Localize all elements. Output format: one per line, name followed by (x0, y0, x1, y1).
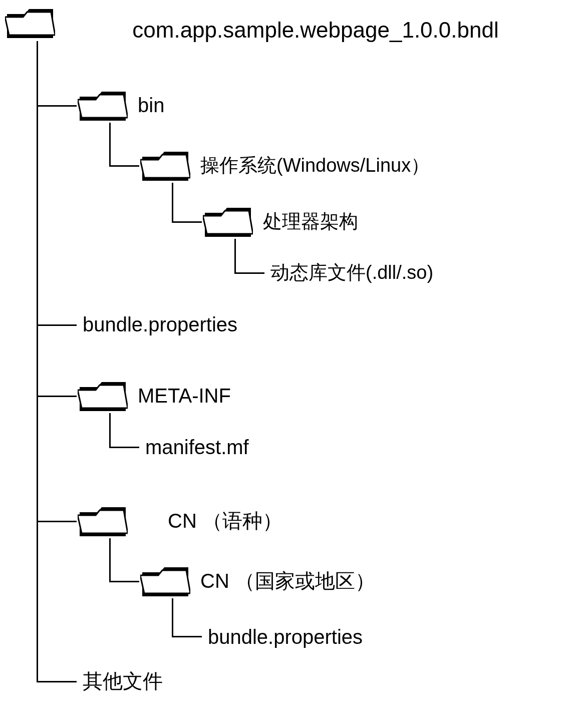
arch-folder: 处理器架构 (203, 204, 358, 239)
root-folder (5, 5, 65, 40)
bin-folder: bin (78, 88, 164, 123)
dynlib-leaf: 动态库文件(.dll/.so) (270, 263, 433, 282)
tree-connector (109, 447, 139, 448)
folder-icon (203, 204, 253, 239)
root-label: com.app.sample.webpage_1.0.0.bndl (95, 15, 536, 45)
folder-icon (78, 503, 128, 538)
bin-label: bin (138, 95, 164, 115)
tree-connector (37, 41, 38, 682)
cnregion-folder: CN （国家或地区） (140, 563, 375, 598)
os-folder: 操作系统(Windows/Linux） (140, 148, 430, 183)
cnlang-label: CN （语种） (168, 511, 282, 531)
folder-icon (78, 378, 128, 413)
tree-connector (172, 183, 173, 223)
folder-icon (78, 88, 128, 123)
tree-connector (37, 521, 77, 522)
tree-connector (109, 123, 111, 167)
bundleprops-leaf: bundle.properties (83, 314, 237, 334)
tree-connector (109, 413, 111, 448)
tree-connector (37, 105, 77, 107)
metainf-folder: META-INF (78, 378, 231, 413)
folder-icon (5, 5, 55, 40)
arch-label: 处理器架构 (263, 212, 358, 231)
cnregion-label: CN （国家或地区） (200, 571, 375, 591)
tree-connector (109, 165, 139, 167)
other-label: 其他文件 (83, 671, 163, 691)
bundleprops2-label: bundle.properties (208, 627, 363, 647)
manifest-leaf: manifest.mf (145, 437, 249, 457)
tree-connector (234, 272, 264, 274)
tree-connector (109, 538, 111, 582)
bundleprops2-leaf: bundle.properties (208, 627, 363, 647)
tree-connector (172, 636, 202, 637)
tree-connector (37, 396, 77, 397)
dynlib-label: 动态库文件(.dll/.so) (270, 263, 433, 282)
other-leaf: 其他文件 (83, 671, 163, 691)
folder-icon (140, 563, 190, 598)
tree-connector (234, 239, 236, 274)
tree-connector (37, 324, 77, 326)
folder-icon (140, 148, 190, 183)
metainf-label: META-INF (138, 386, 231, 406)
tree-connector (172, 598, 173, 637)
os-label: 操作系统(Windows/Linux） (200, 156, 430, 175)
bundleprops-label: bundle.properties (83, 314, 237, 334)
manifest-label: manifest.mf (145, 437, 249, 457)
tree-connector (172, 221, 202, 223)
tree-connector (109, 581, 139, 582)
tree-connector (37, 681, 77, 682)
cnlang-folder: CN （语种） (78, 503, 282, 538)
